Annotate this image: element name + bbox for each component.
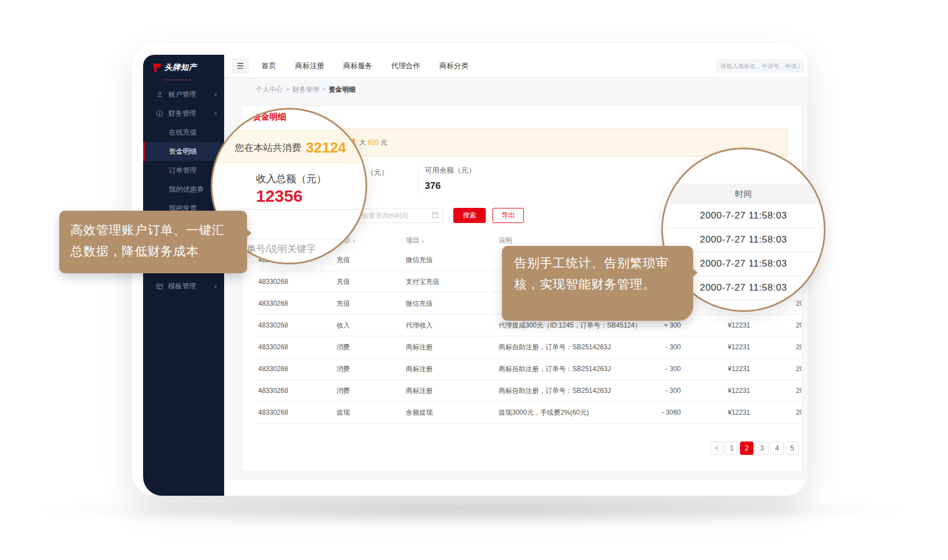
- sidebar-item-label: 资金明细: [169, 147, 197, 156]
- hamburger-menu-icon[interactable]: ☰: [232, 58, 249, 74]
- cell-balance: ¥12231: [690, 315, 750, 336]
- pagination-page-5[interactable]: 5: [785, 442, 799, 455]
- sidebar: 头牌知产 账户管理∨财务管理∧在线充值资金明细订单管理我的优惠券我的发票模板管理…: [143, 55, 224, 496]
- cell-type: 提现: [336, 402, 387, 424]
- expense-stat-label: （元）: [367, 168, 388, 178]
- top-navbar: ☰ 首页商标注册商标服务代理合作商标分类: [224, 55, 808, 78]
- callout-right-arrow: [689, 265, 705, 281]
- sidebar-item-2[interactable]: 财务管理∧: [143, 104, 224, 123]
- cell-order: 48330268: [258, 293, 331, 315]
- cell-project: 商标注册: [406, 358, 484, 380]
- sidebar-item-label: 模板管理: [168, 282, 196, 291]
- pagination-page-1[interactable]: 1: [725, 442, 738, 455]
- brand-logo: 头牌知产: [152, 63, 197, 73]
- magnified-order-header: 订单号/说明关键字: [237, 243, 316, 255]
- cell-project: 微信充值: [406, 249, 484, 271]
- table-row: 48330268消费商标注册商标自助注册，订单号：SB2514263J- 300…: [243, 358, 802, 380]
- cell-amount: - 3060: [634, 402, 681, 424]
- pagination-page-2[interactable]: 2: [740, 442, 753, 455]
- cell-balance: ¥12231: [690, 402, 750, 424]
- table-row: 48330268提现余额提现提现3000元，手续费2%(60元)- 3060¥1…: [243, 402, 802, 424]
- nav-link-5[interactable]: 商标分类: [433, 61, 475, 71]
- cell-type: 消费: [336, 358, 387, 380]
- table-row: 48330268消费商标注册商标自助注册，订单号：SB2514263J- 300…: [243, 336, 802, 358]
- table-row: 48330268消费商标注册商标自助注册，订单号：SB2514263J- 300…: [243, 380, 802, 402]
- magnified-income-label: 收入总额（元）: [256, 172, 326, 186]
- trademark-search-input[interactable]: [716, 59, 804, 73]
- sidebar-item-4[interactable]: 资金明细: [143, 142, 224, 161]
- pagination-prev-button[interactable]: <: [710, 442, 723, 455]
- magnified-time-header: 时间: [663, 184, 824, 204]
- cell-amount: - 300: [634, 358, 681, 380]
- cell-project: 商标注册: [406, 336, 484, 358]
- nav-link-3[interactable]: 商标服务: [336, 61, 379, 71]
- cell-project: 代理收入: [406, 315, 484, 336]
- search-button[interactable]: 搜索: [453, 208, 486, 223]
- sidebar-item-8[interactable]: 模板管理∨: [143, 277, 224, 296]
- brand-name: 头牌知产: [164, 63, 197, 73]
- sidebar-item-3[interactable]: 在线充值: [143, 123, 224, 142]
- finance-icon: [155, 110, 164, 118]
- nav-link-4[interactable]: 代理合作: [385, 61, 427, 71]
- callout-right-text: 告别手工统计、告别繁琐审核，实现智能财务管理。: [514, 256, 669, 291]
- cell-type: 消费: [336, 380, 387, 402]
- banner-amount-small: 820: [368, 139, 379, 146]
- pagination-page-4[interactable]: 4: [770, 442, 784, 455]
- cell-time: 2000-7-27 11:58:03: [796, 358, 802, 380]
- sort-chevron-icon: ∨: [352, 239, 356, 244]
- cell-type: 收入: [336, 315, 387, 336]
- banner-mid: 大: [359, 138, 366, 148]
- sidebar-item-1[interactable]: 账户管理∨: [143, 85, 224, 104]
- cell-balance: ¥12231: [690, 358, 750, 380]
- stat-divider: [418, 165, 419, 194]
- callout-left-text: 高效管理账户订单、一键汇总数据，降低财务成本: [70, 223, 225, 258]
- sidebar-item-label: 财务管理: [168, 109, 196, 118]
- top-nav-menu: 首页商标注册商标服务代理合作商标分类: [255, 55, 475, 77]
- cell-balance: ¥12231: [690, 380, 750, 402]
- cell-type: 消费: [336, 336, 387, 358]
- cell-amount: - 300: [634, 380, 681, 402]
- cell-time: 2000-7-27 11:58:03: [796, 380, 802, 402]
- magnified-banner-amount: 32124: [306, 139, 346, 156]
- pagination-page-3[interactable]: 3: [755, 442, 769, 455]
- nav-link-2[interactable]: 商标注册: [288, 61, 331, 71]
- breadcrumb-separator: >: [286, 86, 290, 93]
- cell-time: 2000-7-27 11:58:03: [796, 315, 802, 336]
- template-icon: [155, 282, 164, 291]
- breadcrumb: 个人中心>财务管理>资金明细: [256, 85, 356, 94]
- brand-flag-icon: [152, 63, 162, 73]
- export-button[interactable]: 导出: [492, 208, 524, 223]
- sidebar-item-label: 订单管理: [169, 166, 197, 175]
- sidebar-item-label: 我的优惠券: [169, 185, 204, 194]
- project-column-header[interactable]: 项目∨: [406, 231, 484, 249]
- cell-order: 48330268: [258, 358, 331, 380]
- cell-project: 微信充值: [406, 293, 484, 315]
- laptop-base-shadow: [39, 495, 909, 525]
- breadcrumb-item[interactable]: 个人中心: [256, 86, 283, 93]
- pagination: <12345: [710, 442, 799, 455]
- cell-order: 48330268: [258, 402, 331, 424]
- cell-order: 48330268: [258, 380, 331, 402]
- chevron-down-icon: ∨: [214, 92, 217, 97]
- cell-type: 充值: [336, 271, 387, 293]
- balance-stat: 可用余额（元） 376: [425, 165, 476, 192]
- magnified-banner: 您在本站共消费 32124: [211, 130, 367, 164]
- magnified-income-value: 12356: [256, 187, 302, 206]
- cell-type: 充值: [336, 293, 387, 315]
- cell-order: 48330268: [258, 336, 331, 358]
- balance-stat-value: 376: [425, 181, 476, 192]
- sidebar-item-label: 账户管理: [168, 90, 196, 99]
- breadcrumb-separator: >: [322, 86, 326, 93]
- breadcrumb-item[interactable]: 财务管理: [292, 86, 319, 93]
- magnified-banner-prefix: 您在本站共消费: [235, 141, 301, 154]
- sidebar-item-label: 在线充值: [169, 128, 197, 137]
- magnified-time-value: 2000-7-27 11:58:03: [663, 204, 824, 228]
- cell-time: 2000-7-27 11:58:03: [796, 293, 802, 315]
- nav-link-1[interactable]: 首页: [255, 61, 283, 71]
- cell-time: 2000-7-27 11:58:03: [796, 402, 802, 424]
- cell-amount: - 300: [634, 336, 681, 358]
- callout-left-arrow: [243, 225, 259, 241]
- cell-time: 2000-7-27 11:58:03: [796, 336, 802, 358]
- brand-tagline-dots: [165, 79, 192, 80]
- cell-project: 支付宝充值: [406, 271, 484, 293]
